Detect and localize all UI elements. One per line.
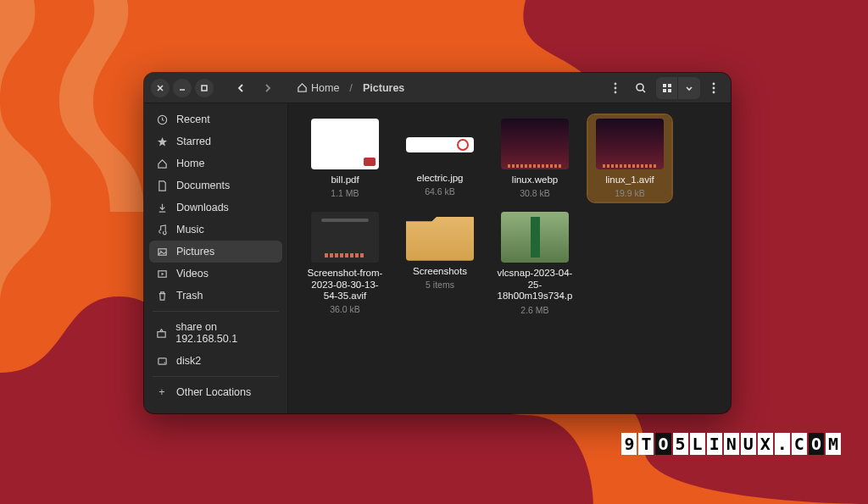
window-controls [151, 79, 214, 97]
search-button[interactable] [629, 76, 653, 100]
share-icon [156, 328, 167, 339]
picture-icon [156, 246, 168, 258]
watermark-char: U [741, 433, 756, 455]
watermark-char: M [826, 433, 841, 455]
svg-point-19 [164, 362, 164, 363]
file-item[interactable]: vlcsnap-2023-04-25-18h00m19s734.png2.6 M… [493, 208, 576, 318]
music-icon [156, 224, 168, 235]
path-current[interactable]: Pictures [358, 79, 409, 97]
svg-point-2 [615, 82, 617, 85]
minimize-button[interactable] [173, 79, 192, 97]
titlebar: Home / Pictures [144, 73, 731, 103]
trash-icon [156, 291, 168, 302]
sidebar-item-share-on-192-168-50-1[interactable]: share on 192.168.50.1 [144, 316, 287, 350]
watermark-char: O [655, 433, 670, 455]
svg-rect-8 [663, 89, 666, 92]
file-item[interactable]: bill.pdf1.1 MB [303, 115, 387, 202]
forward-button[interactable] [256, 76, 280, 100]
svg-rect-9 [668, 89, 671, 92]
sidebar-item-documents[interactable]: Documents [144, 174, 287, 197]
file-name: linux_1.avif [605, 174, 654, 186]
sidebar-label: Trash [176, 290, 203, 302]
svg-point-12 [713, 91, 715, 93]
path-bar: Home / Pictures [283, 79, 602, 97]
icon-view-button[interactable] [656, 77, 678, 99]
plus-icon: + [156, 386, 168, 398]
view-options-dropdown[interactable] [678, 77, 700, 99]
sidebar-item-recent[interactable]: Recent [144, 108, 287, 130]
sidebar-item-videos[interactable]: Videos [144, 263, 287, 285]
star-icon [156, 136, 168, 147]
home-outline-icon [297, 82, 308, 93]
file-item[interactable]: linux_1.avif19.9 kB [588, 115, 671, 202]
sidebar-item-trash[interactable]: Trash [144, 285, 287, 307]
view-switcher [656, 77, 700, 99]
sidebar-label: Other Locations [176, 386, 251, 398]
watermark-char: 5 [673, 433, 688, 455]
path-separator: / [349, 81, 353, 94]
thumbnail [596, 119, 664, 169]
thumbnail [501, 212, 569, 263]
path-home[interactable]: Home [292, 79, 344, 97]
svg-point-11 [713, 86, 715, 89]
watermark-char: 9 [621, 433, 637, 455]
file-name: vlcsnap-2023-04-25-18h00m19s734.png [497, 268, 573, 303]
file-name: Screenshots [413, 266, 467, 278]
sidebar-label: Downloads [176, 202, 229, 213]
file-meta: 2.6 MB [520, 305, 548, 315]
file-item[interactable]: electric.jpg64.6 kB [398, 115, 481, 202]
svg-rect-7 [668, 84, 671, 87]
sidebar-item-music[interactable]: Music [144, 219, 287, 241]
watermark-char: O [809, 433, 824, 455]
file-item[interactable]: linux.webp30.8 kB [493, 115, 576, 202]
thumbnail [406, 137, 474, 152]
file-item[interactable]: Screenshot-from-2023-08-30-13-54-35.avif… [303, 208, 387, 318]
sidebar-label: Music [176, 224, 204, 235]
hamburger-menu-button[interactable] [704, 76, 724, 100]
sidebar-label: Documents [176, 180, 230, 191]
sidebar-label: Pictures [176, 246, 214, 258]
svg-rect-17 [158, 331, 165, 337]
file-item[interactable]: Screenshots5 items [398, 208, 481, 318]
video-icon [156, 269, 168, 280]
sidebar-other-locations[interactable]: + Other Locations [144, 381, 287, 403]
svg-rect-1 [202, 86, 207, 91]
sidebar: RecentStarredHomeDocumentsDownloadsMusic… [144, 103, 288, 413]
file-meta: 5 items [426, 280, 454, 290]
content-area[interactable]: bill.pdf1.1 MBelectric.jpg64.6 kBlinux.w… [288, 103, 731, 413]
maximize-button[interactable] [195, 79, 214, 97]
sidebar-item-starred[interactable]: Starred [144, 130, 287, 152]
file-name: linux.webp [512, 174, 558, 186]
location-menu-button[interactable] [605, 76, 626, 100]
svg-rect-6 [663, 84, 666, 87]
svg-point-5 [637, 84, 643, 91]
file-meta: 64.6 kB [425, 186, 455, 197]
svg-point-10 [713, 82, 715, 85]
sidebar-label: Videos [176, 268, 209, 280]
sidebar-item-home[interactable]: Home [144, 152, 287, 174]
sidebar-item-disk2[interactable]: disk2 [144, 350, 287, 372]
sidebar-label: share on 192.168.50.1 [175, 321, 275, 345]
file-name: electric.jpg [417, 173, 464, 185]
watermark-char: L [690, 433, 705, 455]
back-button[interactable] [229, 76, 253, 100]
thumbnail [406, 215, 474, 261]
svg-point-3 [615, 86, 617, 89]
thumbnail [311, 212, 379, 263]
svg-point-4 [615, 91, 617, 93]
watermark: 9TO5LINUX.COM [621, 433, 841, 455]
sidebar-label: disk2 [176, 355, 201, 367]
path-current-label: Pictures [363, 82, 404, 94]
close-button[interactable] [151, 79, 170, 97]
sidebar-label: Recent [176, 114, 210, 125]
sidebar-separator [153, 376, 279, 377]
sidebar-item-pictures[interactable]: Pictures [149, 241, 282, 263]
sidebar-label: Home [176, 158, 204, 169]
file-meta: 36.0 kB [330, 304, 360, 314]
sidebar-item-downloads[interactable]: Downloads [144, 197, 287, 219]
watermark-char: X [758, 433, 773, 455]
svg-rect-18 [158, 357, 165, 363]
watermark-char: N [724, 433, 739, 455]
sidebar-label: Starred [176, 136, 211, 147]
path-home-label: Home [311, 82, 339, 94]
